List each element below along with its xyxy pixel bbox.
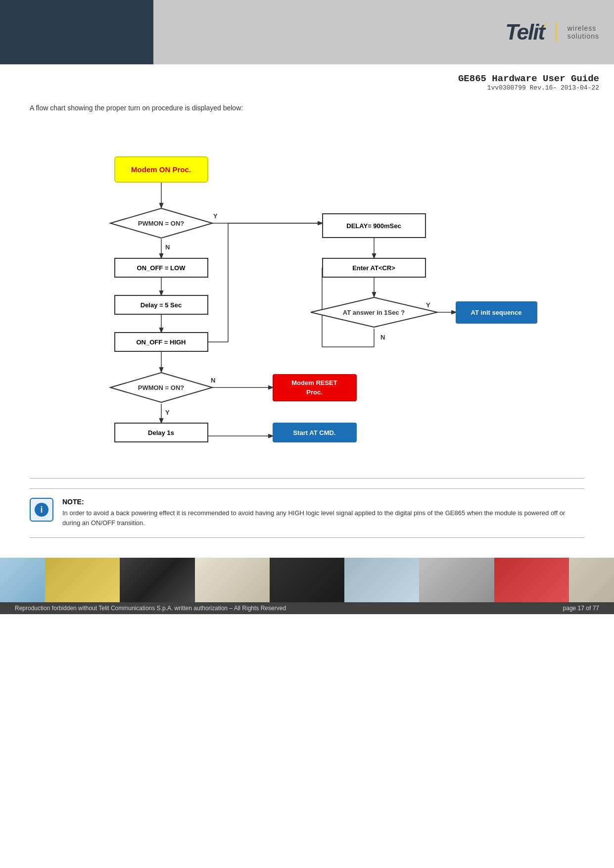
footer-img-5 — [270, 558, 344, 602]
node-modem-on: Modem ON Proc. — [114, 156, 208, 183]
doc-title-area: GE865 Hardware User Guide 1vv0300799 Rev… — [0, 64, 614, 92]
node-on-off-low: ON_OFF = LOW — [114, 258, 208, 278]
svg-text:Y: Y — [165, 409, 170, 416]
svg-text:Y: Y — [213, 212, 218, 220]
main-content: A flow chart showing the proper turn on … — [0, 92, 614, 558]
footer-img-6 — [344, 558, 419, 602]
logo-divider — [556, 22, 557, 42]
footer-img-9 — [569, 558, 614, 602]
footer-img-1 — [0, 558, 45, 602]
logo-telit: Telit⁄ — [505, 20, 545, 45]
footer-img-2 — [45, 558, 120, 602]
svg-text:i: i — [40, 505, 43, 515]
note-icon: i — [30, 498, 53, 522]
note-content: NOTE: In order to avoid a back powering … — [62, 498, 584, 528]
flowchart: Y N Y N — [60, 127, 555, 463]
header-right-panel: Telit⁄ wireless solutions — [153, 0, 614, 64]
node-pwmon-check1: PWMON = ON? — [109, 207, 213, 240]
footer-images — [0, 558, 614, 602]
note-body: In order to avoid a back powering effect… — [62, 508, 584, 528]
node-delay-1s: Delay 1s — [114, 423, 208, 442]
node-at-answer: AT answer in 1Sec ? — [310, 296, 438, 329]
node-delay-5sec: Delay = 5 Sec — [114, 295, 208, 315]
note-title: NOTE: — [62, 498, 584, 506]
node-delay-900: DELAY= 900mSec — [322, 213, 426, 238]
node-at-init: AT init sequence — [456, 301, 537, 324]
node-modem-reset: Modem RESET Proc. — [273, 374, 357, 401]
footer-img-7 — [419, 558, 494, 602]
header: Telit⁄ wireless solutions — [0, 0, 614, 64]
doc-title: GE865 Hardware User Guide — [0, 73, 599, 84]
svg-text:N: N — [380, 334, 385, 341]
footer-page: page 17 of 77 — [563, 605, 599, 612]
note-section: i NOTE: In order to avoid a back powerin… — [30, 488, 584, 528]
node-pwmon-check2: PWMON = ON? — [109, 372, 213, 404]
node-on-off-high: ON_OFF = HIGH — [114, 332, 208, 352]
node-start-at: Start AT CMD. — [273, 423, 357, 442]
footer-img-3 — [120, 558, 194, 602]
header-left-panel — [0, 0, 153, 64]
footer-img-8 — [494, 558, 569, 602]
logo-area: Telit⁄ wireless solutions — [505, 20, 599, 45]
doc-subtitle: 1vv0300799 Rev.16– 2013-04-22 — [0, 84, 599, 92]
footer-img-4 — [195, 558, 270, 602]
logo-tagline: wireless solutions — [567, 24, 599, 40]
footer-copyright: Reproduction forbidden without Telit Com… — [15, 605, 286, 612]
divider-top — [30, 478, 584, 479]
svg-text:N: N — [165, 243, 170, 251]
footer-bar: Reproduction forbidden without Telit Com… — [0, 602, 614, 614]
node-enter-at: Enter AT<CR> — [322, 258, 426, 278]
divider-bottom — [30, 537, 584, 538]
intro-text: A flow chart showing the proper turn on … — [30, 104, 584, 112]
